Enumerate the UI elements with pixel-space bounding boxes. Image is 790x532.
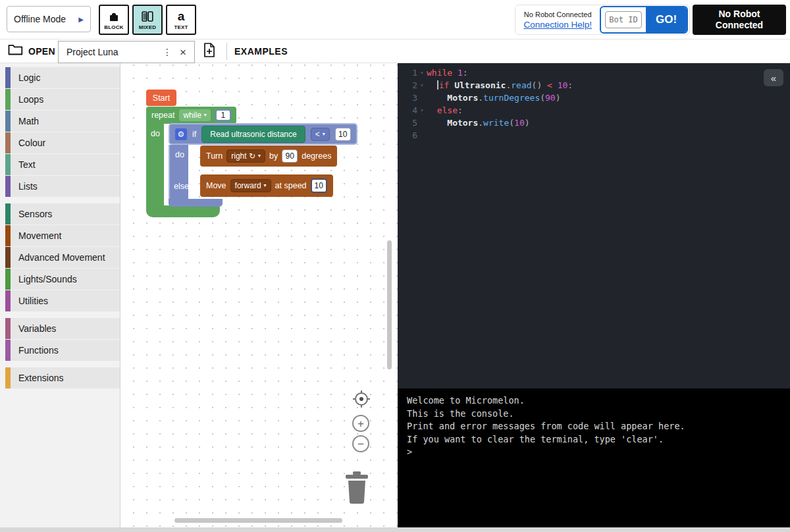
- comparison-value-input[interactable]: 10: [335, 128, 351, 141]
- code-text: else:: [427, 104, 463, 117]
- mode-label: Offline Mode: [14, 14, 66, 24]
- palette-category-logic[interactable]: Logic: [5, 67, 120, 88]
- connection-mode-select[interactable]: Offline Mode ▶: [7, 6, 91, 32]
- code-token: :: [567, 80, 573, 90]
- view-block-button[interactable]: BLOCK: [99, 5, 129, 35]
- palette-category-colour[interactable]: Colour: [5, 132, 120, 153]
- code-token: 10: [558, 80, 568, 90]
- loop-count-input[interactable]: 1: [215, 109, 231, 121]
- fold-gutter: [417, 129, 427, 142]
- console-line: Print and error messages from code will …: [407, 420, 781, 433]
- loop-mode-dropdown[interactable]: while ▾: [178, 109, 211, 122]
- examples-button[interactable]: EXAMPLES: [234, 40, 288, 63]
- palette-group: SensorsMovementAdvanced MovementLights/S…: [5, 203, 120, 311]
- category-color-bar: [5, 132, 11, 153]
- code-token: [427, 105, 437, 115]
- if-label: if: [192, 130, 196, 139]
- zoom-in-button[interactable]: +: [352, 415, 369, 432]
- console-prompt: >: [407, 446, 781, 459]
- trash-can[interactable]: [344, 471, 370, 507]
- code-token: .: [478, 118, 483, 128]
- chevron-down-icon: ▾: [264, 183, 267, 188]
- turn-by-label: by: [269, 151, 278, 161]
- palette-category-sensors[interactable]: Sensors: [5, 203, 120, 225]
- category-color-bar: [5, 89, 11, 110]
- tab-menu-kebab-icon[interactable]: ⋮: [163, 47, 172, 57]
- tab-close-icon[interactable]: ×: [180, 47, 186, 58]
- palette-category-movement[interactable]: Movement: [5, 225, 120, 246]
- palette-category-text[interactable]: Text: [5, 154, 120, 175]
- move-block[interactable]: Move forward ▾ at speed 10: [200, 174, 333, 197]
- move-direction-value: forward: [235, 181, 261, 190]
- comparison-operator-dropdown[interactable]: < ▾: [311, 128, 330, 141]
- category-color-bar: [5, 203, 11, 225]
- category-label: Math: [18, 116, 39, 126]
- connection-widget: No Robot Connected Connection Help! GO!: [515, 5, 690, 35]
- code-editor[interactable]: 1▾while 1:2▾ if Ultrasonic.read() < 10:3…: [398, 63, 790, 388]
- fold-arrow-icon[interactable]: ▾: [417, 104, 427, 117]
- category-label: Movement: [18, 230, 61, 241]
- start-block[interactable]: Start: [146, 90, 176, 106]
- code-token: [552, 80, 558, 90]
- category-color-bar: [5, 269, 11, 290]
- view-text-button[interactable]: a TEXT: [166, 5, 196, 35]
- code-token: ): [556, 93, 561, 103]
- palette-category-math[interactable]: Math: [5, 111, 120, 132]
- zoom-out-button[interactable]: −: [352, 435, 369, 452]
- robot-status-box: No Robot Connected: [693, 5, 786, 35]
- line-number: 3: [398, 92, 417, 104]
- category-color-bar: [5, 290, 11, 311]
- palette-category-lights-sounds[interactable]: Lights/Sounds: [5, 269, 120, 290]
- palette-category-utilities[interactable]: Utilities: [5, 290, 120, 311]
- palette-category-extensions[interactable]: Extensions: [5, 367, 120, 388]
- tab-project-luna[interactable]: Project Luna ⋮ ×: [58, 41, 195, 63]
- code-token: turnDegrees: [483, 93, 540, 103]
- if-block[interactable]: ⚙ if Read ultrasonic distance < ▾ 10: [169, 123, 357, 145]
- line-number: 1: [398, 66, 417, 79]
- zoom-reset-button[interactable]: [352, 389, 371, 412]
- tab-row: OPEN Project Luna ⋮ × EXAMPLES: [0, 40, 790, 63]
- category-color-bar: [5, 111, 11, 132]
- palette-category-variables[interactable]: Variables: [5, 318, 120, 339]
- mutator-gear-icon[interactable]: ⚙: [175, 128, 187, 140]
- repeat-while-block[interactable]: repeat while ▾ 1: [146, 107, 236, 124]
- workspace-vertical-scrollbar[interactable]: [387, 240, 392, 369]
- palette-category-advanced-movement[interactable]: Advanced Movement: [5, 247, 120, 268]
- fold-arrow-icon[interactable]: ▾: [417, 66, 427, 79]
- collapse-editor-button[interactable]: «: [764, 69, 783, 86]
- category-label: Colour: [18, 138, 45, 148]
- workspace-horizontal-scrollbar[interactable]: [174, 518, 342, 523]
- code-token: [427, 93, 447, 103]
- turn-unit-label: degrees: [302, 151, 331, 161]
- code-token: [452, 68, 458, 78]
- turn-block[interactable]: Turn right ↻ ▾ by 90 degrees: [200, 146, 337, 167]
- code-line: 4▾ else:: [398, 104, 790, 117]
- code-token: [427, 118, 447, 128]
- if-do-label: do: [175, 150, 184, 159]
- new-tab-button[interactable]: [199, 42, 220, 61]
- code-token: [427, 80, 437, 90]
- turn-direction-dropdown[interactable]: right ↻ ▾: [226, 149, 265, 163]
- palette-group: VariablesFunctions: [5, 318, 120, 361]
- repeat-do-label: do: [151, 129, 160, 138]
- code-text: while 1:: [427, 66, 468, 79]
- console[interactable]: Welcome to Micromelon.This is the consol…: [398, 388, 790, 527]
- go-button[interactable]: GO!: [646, 6, 687, 34]
- block-workspace[interactable]: Start repeat while ▾ 1 do ⚙ if Read ultr…: [121, 63, 398, 527]
- fold-arrow-icon[interactable]: ▾: [417, 79, 427, 92]
- connection-help-link[interactable]: Connection Help!: [523, 20, 592, 30]
- turn-degrees-input[interactable]: 90: [282, 149, 298, 163]
- read-ultrasonic-block[interactable]: Read ultrasonic distance: [201, 126, 305, 143]
- view-mixed-button[interactable]: MIXED: [132, 5, 163, 35]
- palette-category-loops[interactable]: Loops: [5, 89, 120, 110]
- move-direction-dropdown[interactable]: forward ▾: [230, 179, 271, 192]
- tabbar-divider: [226, 43, 227, 60]
- open-button[interactable]: OPEN: [8, 40, 55, 63]
- code-text: Motors.write(10): [427, 117, 530, 129]
- bot-id-input[interactable]: [605, 11, 642, 28]
- category-label: Sensors: [18, 209, 52, 219]
- palette-category-lists[interactable]: Lists: [5, 176, 120, 197]
- move-speed-input[interactable]: 10: [311, 178, 327, 193]
- palette-category-functions[interactable]: Functions: [5, 340, 120, 361]
- code-token: 1: [458, 68, 463, 78]
